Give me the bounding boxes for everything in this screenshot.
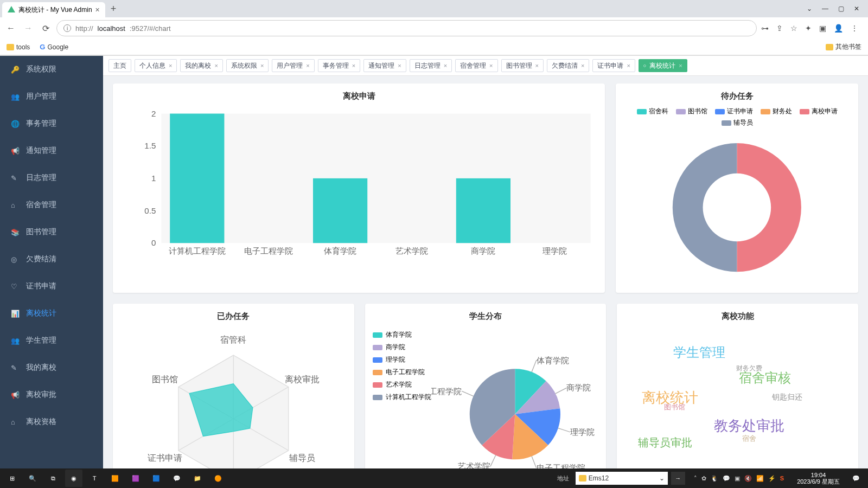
taskbar-clock[interactable]: 19:04 2023/6/9 星期五 bbox=[793, 472, 844, 485]
browser-tab[interactable]: 离校统计 - My Vue Admin × bbox=[2, 2, 105, 17]
taskview-icon[interactable]: ⧉ bbox=[44, 470, 62, 487]
explorer-icon[interactable]: 📁 bbox=[189, 470, 206, 487]
chrome-icon[interactable]: ◉ bbox=[65, 470, 82, 487]
dropdown-icon[interactable]: ⌄ bbox=[807, 5, 812, 12]
tab-close-icon[interactable]: × bbox=[398, 62, 401, 69]
sidebar-item[interactable]: 🌐事务管理 bbox=[0, 110, 103, 137]
legend-item[interactable]: 辅导员 bbox=[722, 118, 753, 127]
page-tab[interactable]: 我的离校× bbox=[180, 59, 222, 72]
bookmark-other[interactable]: 其他书签 bbox=[826, 42, 861, 52]
share-icon[interactable]: ⇪ bbox=[776, 24, 783, 33]
tab-close-icon[interactable]: × bbox=[489, 62, 493, 69]
sidebar-item[interactable]: 👥学生管理 bbox=[0, 327, 103, 354]
page-tab[interactable]: 用户管理× bbox=[272, 59, 314, 72]
sidebar-item[interactable]: ✎日志管理 bbox=[0, 164, 103, 191]
tab-close-icon[interactable]: × bbox=[581, 62, 584, 69]
page-tab[interactable]: 通知管理× bbox=[363, 59, 406, 72]
tray-icon[interactable]: 💬 bbox=[723, 475, 730, 482]
app-icon[interactable]: 🟦 bbox=[148, 470, 165, 487]
legend-item[interactable]: 电子工程学院 bbox=[373, 368, 431, 377]
app-icon[interactable]: 🟠 bbox=[209, 470, 227, 487]
sidebar-item[interactable]: ◎欠费结清 bbox=[0, 246, 103, 273]
sidepanel-icon[interactable]: ▣ bbox=[819, 24, 826, 33]
legend-item[interactable]: 图书馆 bbox=[676, 107, 707, 116]
password-icon[interactable]: ⊶ bbox=[761, 24, 769, 33]
extensions-icon[interactable]: ✦ bbox=[805, 24, 812, 33]
tray-icon[interactable]: ✿ bbox=[701, 475, 706, 482]
content-area[interactable]: 离校申请 00.511.52计算机工程学院电子工程学院体育学院艺术学院商学院理学… bbox=[103, 76, 868, 478]
new-tab-button[interactable]: + bbox=[105, 3, 122, 15]
taskbar-go-button[interactable]: → bbox=[671, 472, 685, 485]
chevron-down-icon[interactable]: ⌄ bbox=[659, 474, 665, 482]
page-tab[interactable]: 主页 bbox=[108, 59, 131, 72]
app-icon[interactable]: T bbox=[86, 470, 103, 487]
bookmark-google[interactable]: GGoogle bbox=[40, 43, 68, 51]
tab-close-icon[interactable]: × bbox=[627, 62, 630, 69]
start-button[interactable]: ⊞ bbox=[3, 470, 21, 487]
wechat-icon[interactable]: 💬 bbox=[168, 470, 186, 487]
site-info-icon[interactable]: i bbox=[63, 24, 71, 32]
tab-close-icon[interactable]: × bbox=[95, 5, 100, 14]
notifications-icon[interactable]: 💬 bbox=[847, 470, 865, 487]
tray-icon[interactable]: ⚡ bbox=[768, 475, 776, 482]
legend-item[interactable]: 计算机工程学院 bbox=[373, 393, 431, 402]
app-icon[interactable]: 🟪 bbox=[127, 470, 144, 487]
url-field[interactable]: i http://localhost:9527/#/chart bbox=[56, 20, 757, 36]
bookmark-tools[interactable]: tools bbox=[7, 43, 30, 51]
tab-close-icon[interactable]: × bbox=[214, 62, 218, 69]
search-icon[interactable]: 🔍 bbox=[24, 470, 41, 487]
sidebar-item[interactable]: ♡证书申请 bbox=[0, 273, 103, 300]
reload-button[interactable]: ⟳ bbox=[39, 23, 52, 34]
page-tab[interactable]: 图书管理× bbox=[501, 59, 544, 72]
page-tab[interactable]: 日志管理× bbox=[410, 59, 452, 72]
page-tab[interactable]: 个人信息× bbox=[135, 59, 177, 72]
sidebar[interactable]: 🔑系统权限👥用户管理🌐事务管理📢通知管理✎日志管理⌂宿舍管理📚图书管理◎欠费结清… bbox=[0, 56, 103, 478]
legend-item[interactable]: 离校申请 bbox=[800, 107, 838, 116]
tab-close-icon[interactable]: × bbox=[306, 62, 309, 69]
tab-close-icon[interactable]: × bbox=[352, 62, 355, 69]
sidebar-item[interactable]: 📊离校统计 bbox=[0, 300, 103, 327]
tab-close-icon[interactable]: × bbox=[260, 62, 264, 69]
maximize-icon[interactable]: ▢ bbox=[838, 5, 844, 12]
legend-item[interactable]: 体育学院 bbox=[373, 330, 431, 339]
legend-item[interactable]: 宿舍科 bbox=[637, 107, 668, 116]
forward-button[interactable]: → bbox=[22, 23, 35, 33]
legend-item[interactable]: 证书申请 bbox=[715, 107, 753, 116]
tray-icon[interactable]: 🐧 bbox=[711, 475, 718, 482]
app-icon[interactable]: 🟧 bbox=[106, 470, 124, 487]
legend-item[interactable]: 财务处 bbox=[761, 107, 792, 116]
tab-close-icon[interactable]: × bbox=[169, 62, 172, 69]
ime-icon[interactable]: S bbox=[780, 475, 784, 481]
menu-icon[interactable]: ⋮ bbox=[851, 24, 858, 33]
tab-close-icon[interactable]: × bbox=[444, 62, 447, 69]
page-tab[interactable]: 离校统计× bbox=[639, 59, 687, 72]
page-tab[interactable]: 证书申请× bbox=[592, 59, 635, 72]
profile-icon[interactable]: 👤 bbox=[834, 24, 843, 33]
legend-item[interactable]: 商学院 bbox=[373, 343, 431, 352]
sidebar-item[interactable]: 👥用户管理 bbox=[0, 83, 103, 110]
tab-close-icon[interactable]: × bbox=[535, 62, 539, 69]
sidebar-item[interactable]: ✎我的离校 bbox=[0, 354, 103, 381]
volume-icon[interactable]: 🔇 bbox=[744, 475, 752, 482]
legend-item[interactable]: 理学院 bbox=[373, 355, 431, 364]
chevron-up-icon[interactable]: ˄ bbox=[694, 475, 697, 482]
sidebar-item[interactable]: 📚图书管理 bbox=[0, 219, 103, 246]
page-tab[interactable]: 事务管理× bbox=[318, 59, 360, 72]
sidebar-item[interactable]: ⌂宿舍管理 bbox=[0, 191, 103, 219]
star-icon[interactable]: ☆ bbox=[790, 24, 797, 33]
tab-close-icon[interactable]: × bbox=[679, 62, 682, 69]
minimize-icon[interactable]: — bbox=[822, 5, 828, 12]
page-tab[interactable]: 欠费结清× bbox=[547, 59, 589, 72]
close-icon[interactable]: ✕ bbox=[854, 5, 859, 12]
legend-item[interactable]: 艺术学院 bbox=[373, 380, 431, 389]
tray-icon[interactable]: ▣ bbox=[735, 475, 740, 482]
sidebar-item[interactable]: 📢离校审批 bbox=[0, 381, 103, 408]
back-button[interactable]: ← bbox=[4, 23, 17, 33]
wifi-icon[interactable]: 📶 bbox=[756, 475, 764, 482]
page-tab[interactable]: 宿舍管理× bbox=[455, 59, 497, 72]
system-tray[interactable]: ˄ ✿ 🐧 💬 ▣ 🔇 📶 ⚡ S bbox=[688, 475, 789, 482]
taskbar-addr-input[interactable]: Ems12 ⌄ bbox=[576, 472, 668, 485]
sidebar-item[interactable]: 📢通知管理 bbox=[0, 137, 103, 164]
sidebar-item[interactable]: 🔑系统权限 bbox=[0, 56, 103, 83]
sidebar-item[interactable]: ⌂离校资格 bbox=[0, 408, 103, 435]
